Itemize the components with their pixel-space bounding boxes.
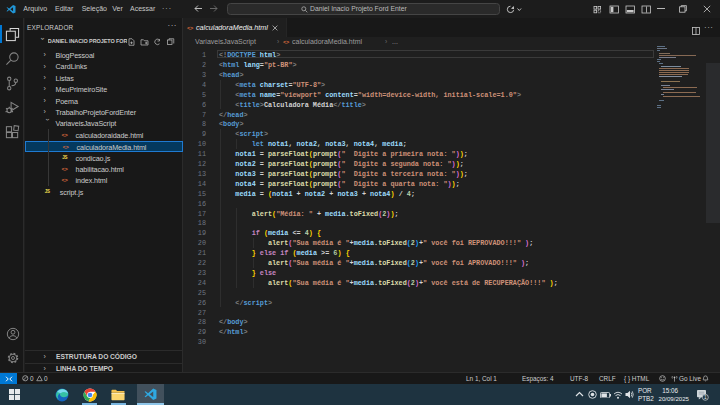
svg-text:1: 1 — [704, 395, 707, 400]
